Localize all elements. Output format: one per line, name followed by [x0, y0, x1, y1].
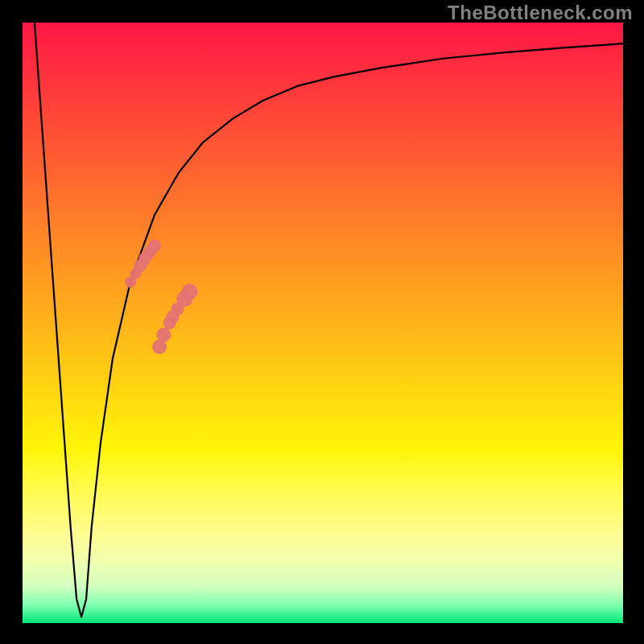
watermark-text: TheBottleneck.com [448, 2, 633, 24]
highlight-scatter-group [125, 240, 197, 354]
chart-plot-area [23, 23, 623, 623]
scatter-point [181, 283, 197, 299]
bottleneck-curve [35, 23, 623, 617]
scatter-point [156, 328, 171, 342]
scatter-point [148, 240, 161, 253]
chart-svg [23, 23, 623, 623]
